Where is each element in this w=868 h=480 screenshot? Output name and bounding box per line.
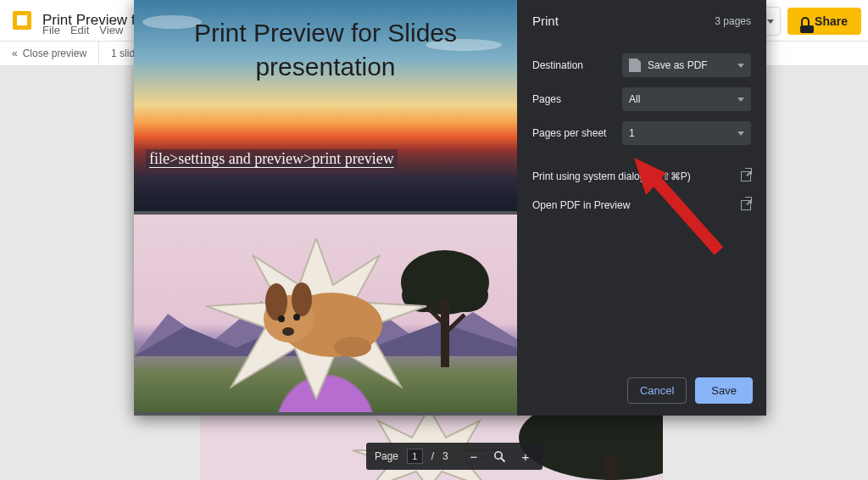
zoom-reset-button[interactable] (491, 447, 508, 466)
slide1-path-text: file>settings and preview>print preview (146, 149, 398, 169)
print-dialog-overlay: Print Preview for Slides presentation fi… (134, 0, 766, 416)
pages-value: All (629, 93, 640, 105)
open-pdf-link[interactable]: Open PDF in Preview (532, 191, 751, 220)
svg-point-17 (334, 337, 371, 357)
svg-point-15 (293, 314, 300, 321)
system-dialog-label: Print using system dialog… (⇧⌘P) (532, 170, 691, 182)
print-page-count: 3 pages (715, 15, 751, 27)
slides-icon (13, 11, 31, 30)
destination-select[interactable]: Save as PDF (622, 53, 751, 77)
zoom-in-button[interactable]: + (517, 447, 534, 466)
pages-select[interactable]: All (622, 87, 751, 111)
preview-slide-1: Print Preview for Slides presentation fi… (134, 0, 517, 215)
slide1-title-line1: Print Preview for Slides (134, 19, 517, 47)
pager-label: Page (375, 450, 398, 462)
chevron-down-icon (737, 98, 744, 102)
menu-view[interactable]: View (99, 24, 123, 36)
external-link-icon (741, 200, 751, 210)
pages-per-sheet-value: 1 (629, 127, 635, 139)
share-button[interactable]: Share (787, 8, 861, 35)
open-pdf-label: Open PDF in Preview (532, 199, 630, 211)
print-title: Print (532, 14, 559, 28)
svg-point-12 (265, 283, 287, 321)
print-preview-pane[interactable]: Print Preview for Slides presentation fi… (134, 0, 517, 416)
pages-per-sheet-select[interactable]: 1 (622, 121, 751, 145)
menu-file[interactable]: File (42, 24, 60, 36)
cancel-button[interactable]: Cancel (627, 377, 687, 404)
pages-per-sheet-label: Pages per sheet (532, 127, 606, 139)
destination-value: Save as PDF (648, 59, 708, 71)
slides-home-button[interactable] (7, 5, 37, 36)
svg-point-7 (444, 278, 488, 312)
pages-label: Pages (532, 93, 561, 105)
share-label: Share (815, 14, 848, 28)
chevron-down-icon (737, 131, 744, 136)
chevron-down-icon (737, 64, 744, 68)
menu-edit[interactable]: Edit (70, 24, 89, 36)
svg-point-16 (282, 327, 294, 336)
close-preview-label: Close preview (23, 47, 86, 59)
preview-slide-2 (134, 215, 517, 412)
dog-graphic (251, 272, 387, 366)
close-preview-button[interactable]: « Close preview (0, 42, 99, 65)
save-button[interactable]: Save (695, 377, 753, 404)
chevron-down-icon (767, 20, 774, 24)
pager-current-input[interactable]: 1 (407, 449, 423, 464)
svg-point-14 (278, 315, 285, 322)
svg-point-20 (495, 451, 502, 458)
external-link-icon (741, 171, 751, 181)
pdf-file-icon (629, 59, 641, 72)
destination-label: Destination (532, 59, 583, 71)
svg-point-13 (292, 282, 312, 316)
pdf-pager: Page 1 / 3 − + (366, 443, 542, 470)
svg-rect-1 (605, 455, 617, 480)
lock-icon (801, 17, 810, 25)
print-settings-panel: Print 3 pages Destination Save as PDF Pa… (517, 0, 766, 416)
pager-sep: / (431, 450, 434, 462)
magnifier-icon (493, 450, 506, 463)
pager-total: 3 (442, 450, 448, 462)
slide1-title-line2: presentation (134, 53, 517, 81)
zoom-out-button[interactable]: − (465, 447, 482, 466)
svg-line-21 (501, 458, 504, 461)
system-dialog-link[interactable]: Print using system dialog… (⇧⌘P) (532, 162, 751, 191)
